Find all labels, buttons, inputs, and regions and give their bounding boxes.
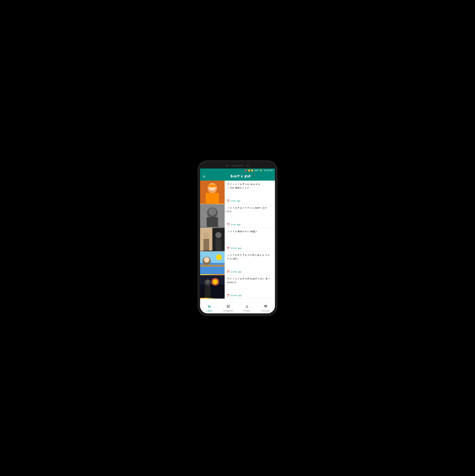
phone-top-bar <box>200 163 275 169</box>
news-time-1: ⏰ 2 min. ago <box>227 200 273 202</box>
time-display: 10:53 PM <box>264 169 273 171</box>
news-body-5: ជីវប្រវត្តិជាតិចំណេះដឹងមាន សុីន សុំសាមុត… <box>225 275 275 299</box>
svg-point-4 <box>208 184 217 187</box>
battery-icon: 🔋 <box>260 169 262 172</box>
news-time-4: ⏰ 15 min. ago <box>227 271 273 273</box>
svg-point-8 <box>209 208 216 216</box>
news-image-3 <box>200 228 225 251</box>
svg-rect-13 <box>204 239 209 251</box>
svg-rect-9 <box>207 217 218 227</box>
news-time-5: ⏰ 52 min. ago <box>227 294 273 297</box>
svg-rect-15 <box>216 238 221 251</box>
favorites-label: Favorites <box>261 310 270 312</box>
svg-rect-23 <box>200 285 225 298</box>
svg-rect-2 <box>206 193 219 203</box>
front-sensor <box>247 165 249 167</box>
news-image-1 <box>200 181 225 204</box>
clock-icon-5: ⏰ <box>227 294 230 297</box>
clock-icon-3: ⏰ <box>227 247 230 249</box>
news-list: ជីវប្រវត្តិបស់ សម្តេចព្រះមហាឃោសនន្ទ ⏰ 2 … <box>200 181 275 303</box>
clock-icon-4: ⏰ <box>227 271 230 273</box>
wifi-icon: 📶 <box>248 170 250 171</box>
svg-point-14 <box>215 232 221 238</box>
nav-favorites[interactable]: Favorites <box>256 303 275 313</box>
news-title-5: ជីវប្រវត្តិជាតិចំណេះដឹងមាន សុីន សុំសាមុត <box>227 277 273 284</box>
nav-latest[interactable]: Latest <box>200 303 219 313</box>
news-item-3[interactable]: ប្រវត្តិលោកគង់ សំអឿន ⏰ 10 min. ago <box>200 228 275 252</box>
news-item-2[interactable]: ប្រវត្តិអ្នកនិពន្ធលោក ញ៉ុក ថែម ⏰ 6 min. … <box>200 204 275 228</box>
news-body-1: ជីវប្រវត្តិបស់ សម្តេចព្រះមហាឃោសនន្ទ ⏰ 2 … <box>225 181 275 204</box>
app-screen: 🔇 📶 📶 100% 🔋 10:53 PM ≡ ចំណេះដឹងទូទៅ <box>200 169 275 313</box>
menu-button[interactable]: ≡ <box>203 174 205 179</box>
news-item-1[interactable]: ជីវប្រវត្តិបស់ សម្តេចព្រះមហាឃោសនន្ទ ⏰ 2 … <box>200 181 275 204</box>
svg-point-12 <box>203 232 209 238</box>
nav-people[interactable]: People <box>238 303 256 313</box>
news-body-2: ប្រវត្តិអ្នកនិពន្ធលោក ញ៉ុក ថែម ⏰ 6 min. … <box>225 204 275 228</box>
phone-device: 🔇 📶 📶 100% 🔋 10:53 PM ≡ ចំណេះដឹងទូទៅ <box>198 161 277 316</box>
news-image-2 <box>200 204 225 228</box>
news-body-4: ប្រវត្តិកវីម្នាក់សុីងសង្ហែ គង់ ប៊ុន លេឿន… <box>225 252 275 275</box>
svg-rect-19 <box>200 265 225 267</box>
news-image-4 <box>200 252 225 275</box>
svg-point-18 <box>216 254 222 260</box>
status-icons: 🔇 📶 📶 100% 🔋 10:53 PM <box>244 169 273 172</box>
favorites-icon <box>264 305 268 309</box>
news-title-2: ប្រវត្តិអ្នកនិពន្ធលោក ញ៉ុក ថែម <box>227 206 273 214</box>
nav-categories[interactable]: Categories <box>219 303 238 313</box>
categories-label: Categories <box>223 310 233 312</box>
svg-rect-17 <box>200 263 225 274</box>
phone-screen: 🔇 📶 📶 100% 🔋 10:53 PM ≡ ចំណេះដឹងទូទៅ <box>200 163 275 313</box>
svg-point-25 <box>213 279 218 284</box>
categories-icon <box>226 305 230 309</box>
latest-icon <box>208 305 211 309</box>
news-image-5 <box>200 275 225 299</box>
svg-point-27 <box>205 279 210 284</box>
clock-icon-1: ⏰ <box>227 200 230 202</box>
status-bar: 🔇 📶 📶 100% 🔋 10:53 PM <box>200 169 275 172</box>
news-time-3: ⏰ 10 min. ago <box>227 247 273 249</box>
news-title-3: ប្រវត្តិលោកគង់ សំអឿន <box>227 230 273 234</box>
news-title-4: ប្រវត្តិកវីម្នាក់សុីងសង្ហែ គង់ ប៊ុន លេឿន <box>227 254 273 261</box>
svg-rect-28 <box>205 286 210 298</box>
people-label: People <box>244 310 250 312</box>
battery-text: 100% <box>254 170 259 171</box>
svg-point-21 <box>204 257 209 262</box>
people-icon <box>245 305 249 309</box>
news-body-3: ប្រវត្តិលោកគង់ សំអឿន ⏰ 10 min. ago <box>225 228 275 251</box>
news-item-5[interactable]: ជីវប្រវត្តិជាតិចំណេះដឹងមាន សុីន សុំសាមុត… <box>200 275 275 299</box>
speaker-bar <box>232 165 243 166</box>
latest-label: Latest <box>207 310 212 312</box>
news-time-2: ⏰ 6 min. ago <box>227 223 273 226</box>
camera-dot <box>226 165 228 167</box>
app-title: ចំណេះដឹងទូទៅ <box>208 174 272 179</box>
news-item-4[interactable]: ប្រវត្តិកវីម្នាក់សុីងសង្ហែ គង់ ប៊ុន លេឿន… <box>200 252 275 275</box>
clock-icon-2: ⏰ <box>227 223 230 226</box>
app-bar: ≡ ចំណេះដឹងទូទៅ <box>200 172 275 181</box>
mute-icon: 🔇 <box>244 169 247 172</box>
signal-icon: 📶 <box>251 170 253 171</box>
bottom-navigation: Latest Categories <box>200 303 275 313</box>
news-title-1: ជីវប្រវត្តិបស់ សម្តេចព្រះមហាឃោសនន្ទ <box>227 183 273 190</box>
